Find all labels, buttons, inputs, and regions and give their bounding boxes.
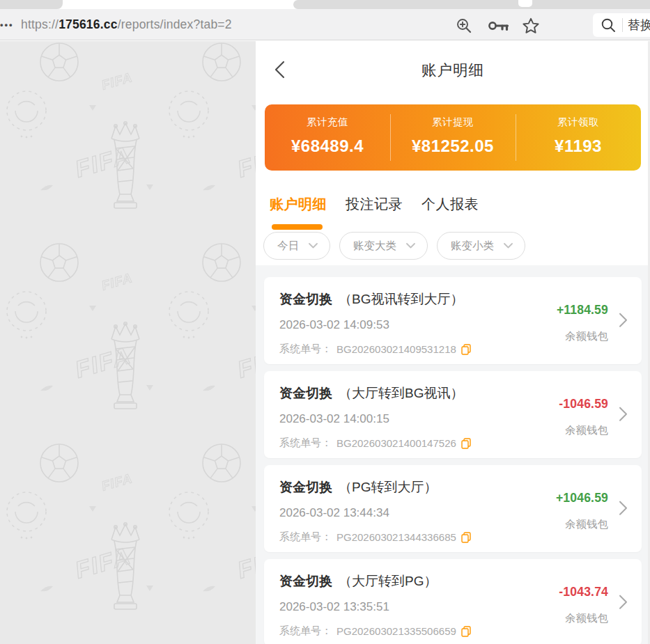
panel-header: 账户明细 bbox=[256, 41, 650, 98]
fifa-pattern-background: FIFA FIFA bbox=[0, 41, 256, 644]
tab-strip-filler bbox=[293, 0, 650, 9]
chevron-right-icon[interactable] bbox=[619, 312, 628, 327]
copy-icon[interactable] bbox=[461, 344, 471, 355]
transaction-time: 2026-03-02 13:35:51 bbox=[279, 600, 389, 614]
browser-tab[interactable] bbox=[0, 0, 63, 9]
copy-icon[interactable] bbox=[461, 626, 471, 637]
order-number: PG202603021335506659 bbox=[336, 625, 456, 637]
browser-tab-strip bbox=[0, 0, 650, 9]
transaction-order: 系统单号：PG202603021335506659 bbox=[279, 625, 471, 638]
summary-value: ¥1193 bbox=[555, 136, 602, 156]
summary-value: ¥81252.05 bbox=[412, 136, 494, 156]
zoom-in-icon[interactable] bbox=[456, 17, 472, 34]
bookmark-star-icon[interactable] bbox=[523, 17, 539, 34]
tab-personal-report[interactable]: 个人报表 bbox=[421, 195, 479, 214]
tab-bet-records[interactable]: 投注记录 bbox=[346, 195, 403, 214]
tab-strip-notch bbox=[518, 0, 532, 7]
page-title: 账户明细 bbox=[256, 60, 650, 80]
filter-label: 账变大类 bbox=[353, 239, 396, 253]
filter-bar: 今日 账变大类 账变小类 bbox=[263, 232, 525, 260]
tab-account-detail[interactable]: 账户明细 bbox=[270, 195, 327, 214]
transaction-title: 资金切换（BG视讯转到大厅） bbox=[279, 290, 463, 308]
transaction-time: 2026-03-02 14:00:15 bbox=[279, 412, 389, 426]
summary-total-deposit: 累计充值 ¥68489.4 bbox=[265, 104, 390, 171]
account-detail-panel: 账户明细 累计充值 ¥68489.4 累计提现 ¥81252.05 累计领取 ¥… bbox=[256, 41, 650, 644]
browser-window: https://175616.cc/reports/index?tab=2 ••… bbox=[0, 0, 650, 644]
chevron-down-icon bbox=[309, 243, 318, 249]
key-icon[interactable] bbox=[488, 19, 510, 33]
order-number: BG202603021409531218 bbox=[336, 343, 456, 355]
transaction-title: 资金切换（大厅转到BG视讯） bbox=[279, 384, 463, 402]
search-icon bbox=[601, 17, 616, 33]
transaction-row[interactable]: 资金切换（BG视讯转到大厅） 2026-03-02 14:09:53 系统单号：… bbox=[264, 277, 642, 364]
url-path: /reports/index?tab=2 bbox=[118, 17, 232, 32]
search-divider bbox=[622, 18, 623, 32]
transaction-wallet: 余额钱包 bbox=[565, 611, 608, 626]
url-scheme: https:// bbox=[21, 17, 59, 32]
filter-minor-type-dropdown[interactable]: 账变小类 bbox=[437, 232, 525, 260]
summary-total-claimed: 累计领取 ¥1193 bbox=[516, 104, 641, 171]
transaction-wallet: 余额钱包 bbox=[565, 329, 608, 344]
filter-label: 账变小类 bbox=[451, 239, 494, 253]
transaction-amount: -1043.74 bbox=[559, 585, 608, 599]
active-tab-underline bbox=[272, 224, 323, 230]
page-content: FIFA FIFA bbox=[0, 41, 650, 644]
filter-label: 今日 bbox=[277, 239, 299, 253]
transaction-order: 系统单号：BG202603021400147526 bbox=[279, 437, 471, 450]
transaction-title: 资金切换（PG转到大厅） bbox=[279, 478, 437, 496]
browser-toolbar: https://175616.cc/reports/index?tab=2 ••… bbox=[0, 9, 650, 40]
summary-total-withdraw: 累计提现 ¥81252.05 bbox=[390, 104, 516, 171]
chevron-down-icon bbox=[504, 243, 513, 249]
transaction-amount: +1046.59 bbox=[556, 491, 608, 505]
filter-date-dropdown[interactable]: 今日 bbox=[263, 232, 330, 260]
url-bar[interactable]: https://175616.cc/reports/index?tab=2 bbox=[21, 9, 232, 40]
summary-label: 累计领取 bbox=[557, 116, 599, 129]
order-number: BG202603021400147526 bbox=[336, 437, 456, 449]
order-label: 系统单号： bbox=[279, 625, 332, 638]
transaction-title: 资金切换（大厅转到PG） bbox=[279, 572, 437, 590]
transaction-wallet: 余额钱包 bbox=[565, 423, 608, 438]
order-label: 系统单号： bbox=[279, 531, 332, 544]
transaction-time: 2026-03-02 14:09:53 bbox=[279, 318, 389, 332]
transaction-row[interactable]: 资金切换（大厅转到PG） 2026-03-02 13:35:51 系统单号：PG… bbox=[264, 559, 642, 644]
transaction-wallet: 余额钱包 bbox=[565, 517, 608, 532]
summary-label: 累计充值 bbox=[307, 116, 348, 129]
filter-major-type-dropdown[interactable]: 账变大类 bbox=[339, 232, 428, 260]
summary-card: 累计充值 ¥68489.4 累计提现 ¥81252.05 累计领取 ¥1193 bbox=[265, 104, 641, 171]
transaction-row[interactable]: 资金切换（大厅转到BG视讯） 2026-03-02 14:00:15 系统单号：… bbox=[264, 371, 642, 458]
chevron-down-icon bbox=[406, 243, 415, 249]
tab-bar: 账户明细 投注记录 个人报表 bbox=[270, 195, 479, 214]
search-text: 替换 bbox=[628, 17, 650, 33]
search-field[interactable]: 替换 bbox=[593, 13, 650, 37]
order-number: PG202603021344336685 bbox=[336, 531, 456, 543]
transaction-order: 系统单号：PG202603021344336685 bbox=[279, 531, 471, 544]
order-label: 系统单号： bbox=[279, 343, 332, 356]
url-domain: 175616.cc bbox=[59, 17, 118, 32]
transaction-row[interactable]: 资金切换（PG转到大厅） 2026-03-02 13:44:34 系统单号：PG… bbox=[264, 465, 642, 552]
summary-label: 累计提现 bbox=[432, 116, 474, 129]
fifa-watermark: FIFA FIFA bbox=[0, 41, 256, 644]
transaction-amount: -1046.59 bbox=[559, 397, 608, 411]
order-label: 系统单号： bbox=[279, 437, 332, 450]
transaction-order: 系统单号：BG202603021409531218 bbox=[279, 343, 471, 356]
chevron-right-icon[interactable] bbox=[619, 500, 628, 515]
transaction-time: 2026-03-02 13:44:34 bbox=[279, 506, 389, 520]
transaction-amount: +1184.59 bbox=[557, 303, 608, 317]
copy-icon[interactable] bbox=[461, 438, 471, 449]
summary-value: ¥68489.4 bbox=[291, 136, 364, 156]
copy-icon[interactable] bbox=[461, 532, 471, 543]
transaction-list: 资金切换（BG视讯转到大厅） 2026-03-02 14:09:53 系统单号：… bbox=[256, 265, 650, 644]
chevron-right-icon[interactable] bbox=[619, 594, 628, 609]
chevron-right-icon[interactable] bbox=[619, 406, 628, 421]
